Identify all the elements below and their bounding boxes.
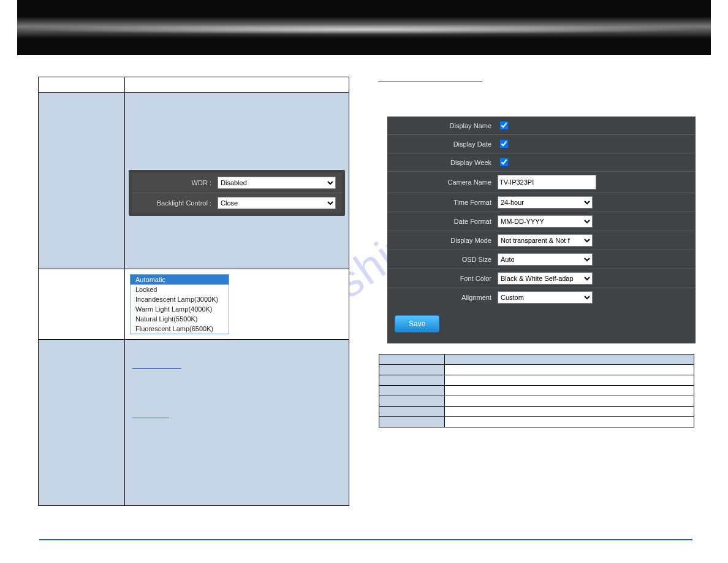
white-balance-listbox[interactable]: AutomaticLockedIncandescent Lamp(3000K)W…	[130, 274, 229, 334]
display-mode-label: Display Mode	[393, 237, 498, 244]
osd-section-heading	[378, 80, 482, 82]
desc-text	[444, 375, 694, 385]
desc-text	[444, 417, 694, 427]
camera-name-label: Camera Name	[393, 178, 498, 186]
desc-text	[444, 365, 694, 375]
header-banner	[17, 0, 711, 55]
desc-label	[379, 375, 444, 385]
desc-label	[379, 396, 444, 406]
desc-label	[379, 407, 444, 416]
osd-description-table	[379, 354, 694, 427]
link-line-2	[132, 418, 169, 418]
osd-size-select[interactable]: Auto	[498, 253, 593, 266]
wb-option[interactable]: Locked	[131, 285, 229, 294]
font-color-select[interactable]: Black & White Self-adap	[498, 272, 593, 285]
save-button[interactable]: Save	[395, 315, 439, 332]
desc-text	[444, 386, 694, 396]
display-week-checkbox[interactable]	[500, 158, 509, 167]
display-name-label: Display Name	[393, 122, 498, 129]
backlight-select[interactable]: Close	[218, 197, 336, 209]
wb-option[interactable]: Warm Light Lamp(4000K)	[131, 304, 229, 314]
desc-label	[379, 417, 444, 427]
wb-label-cell	[39, 269, 124, 339]
time-format-select[interactable]: 24-hour	[498, 196, 593, 209]
left-row3-b	[124, 340, 349, 505]
camera-name-input[interactable]	[498, 175, 596, 190]
left-row0-a	[39, 77, 124, 92]
display-date-label: Display Date	[393, 140, 498, 148]
wdr-label: WDR :	[138, 179, 218, 186]
desc-label	[379, 365, 444, 375]
desc-text	[444, 354, 694, 364]
left-row1-b: WDR : Disabled Backlight Control : Close	[124, 93, 349, 269]
wdr-select[interactable]: Disabled	[218, 177, 336, 189]
display-mode-select[interactable]: Not transparent & Not f	[498, 234, 593, 247]
date-format-select[interactable]: MM-DD-YYYY	[498, 215, 593, 228]
alignment-label: Alignment	[393, 294, 498, 301]
wb-option[interactable]: Fluorescent Lamp(6500K)	[131, 324, 229, 334]
left-row3-a	[39, 340, 124, 505]
font-color-label: Font Color	[393, 275, 498, 282]
date-format-label: Date Format	[393, 218, 498, 225]
osd-settings-panel: Display Name Display Date Display Week C…	[387, 117, 696, 343]
time-format-label: Time Format	[393, 199, 498, 206]
display-date-checkbox[interactable]	[500, 140, 509, 148]
display-week-label: Display Week	[393, 159, 498, 166]
wb-option[interactable]: Incandescent Lamp(3000K)	[131, 294, 229, 304]
osd-size-label: OSD Size	[393, 256, 498, 263]
desc-text	[444, 407, 694, 416]
desc-label	[379, 354, 444, 364]
wb-list-cell: AutomaticLockedIncandescent Lamp(3000K)W…	[124, 269, 349, 339]
backlight-label: Backlight Control :	[138, 199, 218, 207]
left-row1-a	[39, 93, 124, 269]
left-settings-table: WDR : Disabled Backlight Control : Close	[38, 77, 349, 506]
footer-rule	[39, 539, 692, 540]
desc-label	[379, 386, 444, 396]
wb-option[interactable]: Natural Light(5500K)	[131, 314, 229, 324]
backlight-panel: WDR : Disabled Backlight Control : Close	[129, 170, 345, 216]
wb-option[interactable]: Automatic	[131, 275, 229, 285]
display-name-checkbox[interactable]	[500, 121, 509, 130]
desc-text	[444, 396, 694, 406]
alignment-select[interactable]: Custom	[498, 291, 593, 304]
left-row0-b	[124, 77, 349, 92]
